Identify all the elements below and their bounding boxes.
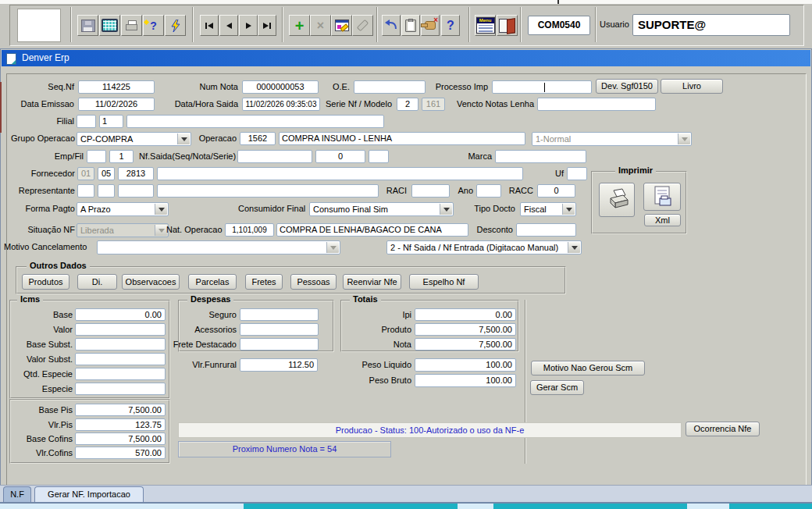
add-record-button[interactable]: +: [289, 15, 310, 36]
grupo-operacao-select[interactable]: CP-COMPRA: [77, 132, 191, 146]
fil-field[interactable]: 1: [109, 150, 134, 163]
marca-field[interactable]: [495, 150, 586, 163]
reenviar-nfe-button[interactable]: Reenviar Nfe: [343, 274, 401, 290]
nat-operacao-code-field[interactable]: 1,101,009: [225, 223, 274, 237]
icms-base-field[interactable]: 0.00: [75, 308, 166, 321]
seguro-field[interactable]: [240, 308, 319, 321]
filial-nome-field[interactable]: [126, 115, 384, 128]
tipo-docto-select[interactable]: Fiscal: [520, 202, 576, 216]
motivo-nao-gerou-scm-button[interactable]: Motivo Nao Gerou Scm: [531, 361, 645, 376]
undo-button[interactable]: [382, 15, 401, 36]
produtos-button[interactable]: Produtos: [22, 274, 69, 290]
raci-field[interactable]: [411, 184, 450, 198]
produto-field[interactable]: 7,500.00: [415, 323, 516, 336]
data-emissao-field[interactable]: 11/02/2026: [78, 98, 155, 111]
processo-imp-field[interactable]: [492, 80, 592, 94]
livro-button[interactable]: Livro: [661, 79, 723, 94]
exit-button[interactable]: [497, 15, 518, 36]
vencto-notas-lenha-field[interactable]: [537, 98, 656, 111]
ocorrencia-nfe-button[interactable]: Ocorrencia Nfe: [686, 422, 760, 436]
imprimir-print-button[interactable]: [599, 183, 635, 217]
dev-sgf0150-button[interactable]: Dev. Sgf0150: [596, 79, 658, 94]
serie-nf-field[interactable]: 2: [397, 98, 418, 111]
nav-last-button[interactable]: [258, 15, 276, 36]
help-button[interactable]: ?: [441, 15, 460, 36]
nav-next-button[interactable]: [239, 15, 258, 36]
operacao-desc-field[interactable]: COMPRA INSUMO - LENHA: [279, 132, 525, 145]
clear-button[interactable]: [352, 15, 373, 36]
nota-field[interactable]: 7,500.00: [415, 338, 516, 351]
usuario-field[interactable]: SUPORTE@: [632, 14, 790, 36]
screen-grid-button[interactable]: [99, 15, 120, 36]
nav-first-button[interactable]: [200, 15, 219, 36]
icms-especie-field[interactable]: [75, 383, 166, 395]
representante-c1-field[interactable]: [77, 184, 94, 198]
xml-button[interactable]: Xml: [644, 214, 681, 226]
observacoes-button[interactable]: Observacoes: [122, 274, 180, 290]
nota-label: Nota: [344, 338, 411, 351]
pessoas-button[interactable]: Pessoas: [290, 274, 337, 290]
data-hora-saida-field[interactable]: 11/02/2026 09:35:03: [242, 98, 320, 111]
vlr-cofins-field[interactable]: 570.00: [75, 447, 166, 459]
icms-valor-subst-field[interactable]: [75, 353, 166, 365]
tab-gerar-nf-importacao[interactable]: Gerar NF. Importacao: [34, 486, 144, 503]
forma-pagto-select[interactable]: A Prazo: [77, 202, 169, 216]
consumidor-final-select[interactable]: Consumo Final Sim: [309, 202, 454, 216]
fornecedor-c2-field[interactable]: 05: [98, 167, 115, 180]
tipo-nf-select[interactable]: 1-Normal: [532, 132, 692, 146]
nf-saida-nota-field[interactable]: 0: [315, 150, 365, 163]
espelho-nf-button[interactable]: Espelho Nf: [409, 274, 479, 290]
execute-button[interactable]: [165, 15, 186, 36]
racc-field[interactable]: 0: [537, 184, 575, 198]
wizard-help-button[interactable]: ?: [143, 15, 164, 36]
clipboard-button[interactable]: [401, 15, 420, 36]
nat-operacao-desc-field[interactable]: COMPRA DE LENHA/BAGACO DE CANA: [276, 223, 468, 237]
seq-nf-field[interactable]: 114225: [78, 80, 155, 94]
vlr-funrural-label: Vlr.Funrural: [170, 358, 237, 372]
peso-bruto-field[interactable]: 100.00: [415, 374, 516, 387]
peso-liquido-field[interactable]: 100.00: [415, 358, 516, 372]
operacao-code-field[interactable]: 1562: [240, 132, 276, 145]
frete-destacado-field[interactable]: [240, 338, 319, 351]
filial-num-field[interactable]: 1: [99, 115, 123, 128]
base-pis-field[interactable]: 7,500.00: [75, 404, 166, 416]
vlr-funrural-field[interactable]: 112.50: [240, 358, 318, 372]
fornecedor-c3-field[interactable]: 2813: [118, 167, 154, 180]
print-button[interactable]: [121, 15, 142, 36]
desconto-field[interactable]: [516, 223, 576, 237]
num-nota-field[interactable]: 0000000053: [242, 80, 319, 94]
audit-button[interactable]: ×: [421, 15, 440, 36]
representante-c2-field[interactable]: [98, 184, 115, 198]
nav-prev-button[interactable]: [219, 15, 238, 36]
nf-saida-serie-field[interactable]: [369, 150, 389, 163]
menu-button[interactable]: Menu: [475, 15, 496, 36]
filial-emp-field[interactable]: [77, 115, 96, 128]
oe-field[interactable]: [354, 80, 426, 94]
program-code-field[interactable]: COM0540: [528, 16, 590, 35]
fornecedor-nome-field[interactable]: [157, 167, 523, 180]
di-button[interactable]: Di.: [77, 274, 117, 290]
gerar-scm-button[interactable]: Gerar Scm: [530, 380, 584, 395]
representante-c3-field[interactable]: [118, 184, 154, 198]
emp-field[interactable]: [87, 150, 106, 163]
ano-field[interactable]: [476, 184, 501, 198]
fretes-button[interactable]: Fretes: [245, 274, 283, 290]
edit-form-button[interactable]: [331, 15, 352, 36]
base-cofins-field[interactable]: 7,500.00: [75, 432, 166, 445]
uf-field[interactable]: [567, 167, 587, 180]
save-button[interactable]: [77, 15, 98, 36]
representante-nome-field[interactable]: [157, 184, 379, 198]
tipo-digitacao-select[interactable]: 2 - Nf Saida / Nf Entrada (Digitacao Man…: [386, 240, 582, 255]
icms-qtd-especie-field[interactable]: [75, 368, 166, 380]
icms-valor-field[interactable]: [75, 323, 166, 336]
parcelas-button[interactable]: Parcelas: [188, 274, 237, 290]
ipi-field[interactable]: 0.00: [415, 308, 516, 321]
delete-record-button[interactable]: ×: [310, 15, 331, 36]
vlr-pis-field[interactable]: 123.75: [75, 418, 166, 431]
tab-nf[interactable]: N.F: [3, 486, 31, 503]
exit-door-icon: [499, 19, 515, 33]
imprimir-preview-button[interactable]: [643, 183, 681, 211]
nf-saida-seq-field[interactable]: [237, 150, 312, 163]
acessorios-field[interactable]: [240, 323, 319, 336]
icms-base-subst-field[interactable]: [75, 338, 166, 351]
